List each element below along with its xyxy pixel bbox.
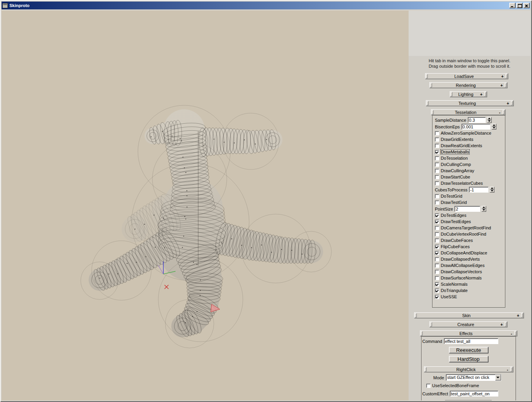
tesselation-collapse-toggle[interactable]: - [497,110,502,115]
checkbox[interactable] [435,156,439,160]
lighting-expand-toggle[interactable]: + [479,92,484,97]
checkbox[interactable] [435,295,439,299]
maximize-button[interactable] [516,3,523,8]
checkbox[interactable] [435,220,439,224]
hardstop-button[interactable]: HardStop [449,356,489,362]
checkbox-row-drawtestedges[interactable]: DrawTestEdges [435,218,504,225]
spin-down-icon[interactable] [487,120,492,123]
checkbox[interactable] [435,137,439,142]
minimize-button[interactable] [509,3,516,8]
checkbox-row-flipcubefaces[interactable]: FlipCubeFaces [435,243,504,250]
command-input[interactable] [444,338,498,344]
checkbox[interactable] [435,131,439,135]
checkbox[interactable] [435,213,439,218]
checkbox[interactable] [435,200,439,205]
customeffect-input[interactable] [450,391,498,397]
sampledistance-spinner[interactable] [487,117,492,123]
checkbox-row-scalenormals[interactable]: ScaleNormals [435,281,504,287]
viewport-3d[interactable] [2,11,409,400]
section-label-creature: Creature [432,322,499,327]
checkbox[interactable] [435,282,439,287]
section-bar-creature[interactable]: Creature + [429,321,507,327]
partial-input[interactable] [445,400,492,400]
texturing-expand-toggle[interactable]: + [505,101,510,106]
sampledistance-input[interactable] [468,117,486,123]
checkbox-row-dotestgrid[interactable]: DoTestGrid [435,193,504,199]
section-bar-rendering[interactable]: Rendering + [429,82,507,88]
checkbox-row-drawsurfacenormals[interactable]: DrawSurfaceNormals [435,275,504,281]
checkbox[interactable] [435,263,439,268]
checkbox-row-docollapseanddisplace[interactable]: DoCollapseAndDisplace [435,250,504,256]
checkbox[interactable] [435,238,439,243]
creature-expand-toggle[interactable]: + [499,322,504,327]
spin-up-icon[interactable] [487,117,492,120]
spin-down-icon[interactable] [490,190,494,193]
spin-up-icon[interactable] [490,187,494,190]
bisectioneps-input[interactable] [461,124,490,130]
checkbox-row-docullingcomp[interactable]: DoCullingComp [435,161,504,168]
checkbox[interactable] [435,251,439,255]
cubestoprocess-spinner[interactable] [490,187,494,193]
reexecute-button[interactable]: Reexecute [449,347,489,353]
bisectioneps-spinner[interactable] [492,124,496,130]
checkbox[interactable] [435,226,439,230]
checkbox-row-docameratargetrootfind[interactable]: DoCameraTargetRootFind [435,225,504,231]
skin-expand-toggle[interactable]: + [516,313,521,318]
checkbox[interactable] [435,175,439,179]
checkbox-row-drawstartcube[interactable]: DrawStartCube [435,174,504,180]
mode-dropdown[interactable]: start GZEffect on click [446,374,501,381]
checkbox[interactable] [435,150,439,154]
spin-up-icon[interactable] [481,206,486,209]
checkbox[interactable] [435,181,439,186]
checkbox[interactable] [435,194,439,198]
checkbox-row-drawcollapsedverts[interactable]: DrawCollapsedVerts [435,256,504,262]
bar-grip-right [514,331,516,335]
spin-down-icon[interactable] [481,209,486,212]
checkbox-row-drawgridextents[interactable]: DrawGridExtents [435,136,504,142]
pointsize-spinner[interactable] [481,206,486,212]
checkbox-row-useselectedboneframe[interactable]: UseSelectedBoneFrame [422,382,515,389]
checkbox[interactable] [435,245,439,249]
section-bar-loadsave[interactable]: LoadSave + [425,73,508,79]
section-bar-texturing[interactable]: Texturing + [426,100,514,106]
checkbox-row-drawcubefaces[interactable]: DrawCubeFaces [435,237,504,243]
section-bar-rightclick[interactable]: RightClick - [424,366,513,372]
checkbox-row-drawmetaballs[interactable]: DrawMetaballs [435,149,504,155]
checkbox[interactable] [435,232,439,236]
checkbox-row-dotriangulate[interactable]: DoTriangulate [435,287,504,294]
cubestoprocess-input[interactable] [469,187,489,193]
checkbox-row-drawallcollapseedges[interactable]: DrawAllCollapseEdges [435,262,504,269]
section-bar-lighting[interactable]: Lighting + [450,91,487,97]
checkbox[interactable] [435,144,439,148]
checkbox-row-docubevertexrootfind[interactable]: DoCubeVertexRootFind [435,231,504,237]
dropdown-arrow-icon[interactable] [495,375,501,380]
checkbox-row-usesse[interactable]: UseSSE [435,294,504,300]
titlebar[interactable]: Skinproto [2,2,530,9]
checkbox[interactable] [435,169,439,173]
section-bar-tesselation[interactable]: Tesselation - [431,109,505,115]
checkbox-row-drawcullingarray[interactable]: DrawCullingArray [435,168,504,174]
spin-up-icon[interactable] [492,124,496,127]
checkbox-row-dotesselation[interactable]: DoTesselation [435,155,504,161]
checkbox[interactable] [435,288,439,293]
checkbox[interactable] [426,384,431,388]
effects-collapse-toggle[interactable]: - [509,331,514,336]
pointsize-input[interactable] [454,206,480,212]
section-bar-skin[interactable]: Skin + [414,312,524,318]
checkbox[interactable] [435,276,439,280]
spin-down-icon[interactable] [492,127,496,130]
close-button[interactable] [523,3,530,8]
checkbox-row-drawtesselatorcubes[interactable]: DrawTesselatorCubes [435,180,504,186]
section-bar-effects[interactable]: Effects - [420,330,517,336]
rendering-expand-toggle[interactable]: + [499,83,504,88]
checkbox[interactable] [435,257,439,261]
checkbox-row-dotestedges[interactable]: DoTestEdges [435,212,504,218]
checkbox-row-drawrealgridextents[interactable]: DrawRealGridExtents [435,142,504,149]
checkbox-row-drawcollapsevectors[interactable]: DrawCollapseVectors [435,269,504,275]
checkbox[interactable] [435,162,439,167]
checkbox[interactable] [435,270,439,274]
loadsave-expand-toggle[interactable]: + [500,74,505,79]
rightclick-collapse-toggle[interactable]: - [505,367,510,372]
checkbox-row-allowzerosampledistance[interactable]: AllowZeroSampleDistance [435,130,504,136]
checkbox-row-drawtestgrid[interactable]: DrawTestGrid [435,199,504,206]
